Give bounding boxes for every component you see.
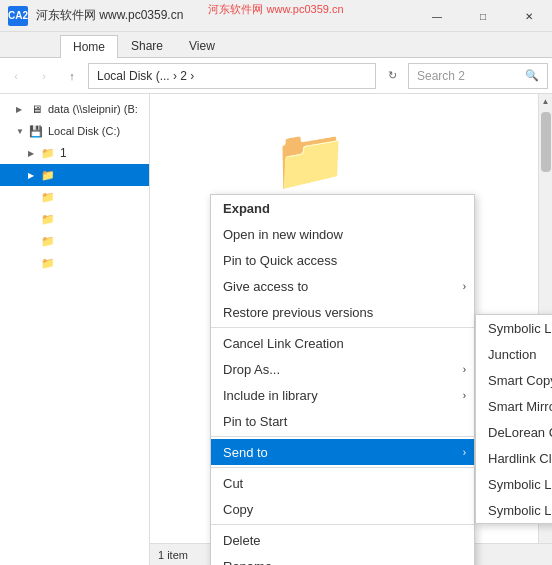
refresh-button[interactable]: ↻ (380, 64, 404, 88)
ribbon-tabs: Home Share View (0, 32, 552, 58)
scroll-thumb[interactable] (541, 112, 551, 172)
sub-ctx-delorean-copy[interactable]: DeLorean Copy (476, 419, 552, 445)
search-box[interactable]: Search 2 🔍 (408, 63, 548, 89)
ctx-rename[interactable]: Rename (211, 553, 474, 565)
ctx-separator-3 (211, 467, 474, 468)
ctx-pin-start[interactable]: Pin to Start (211, 408, 474, 434)
ctx-send-to[interactable]: Send to › (211, 439, 474, 465)
sub-ctx-hardlink-clone[interactable]: Hardlink Clone (476, 445, 552, 471)
expand-arrow-icon: ▶ (28, 149, 40, 158)
submenu-arrow-icon: › (463, 390, 466, 401)
app-logo: CA2 (8, 6, 28, 26)
sub-ctx-symbolic-link[interactable]: Symbolic Link (476, 315, 552, 341)
sidebar-item-sub4[interactable]: 📁 (0, 252, 149, 274)
main-layout: ▶ 🖥 data (\\sleipnir) (B: ▼ 💾 Local Disk… (0, 94, 552, 565)
search-icon: 🔍 (525, 69, 539, 82)
folder-icon: 📁 (40, 145, 56, 161)
address-path[interactable]: Local Disk (... › 2 › (88, 63, 376, 89)
folder-icon: 📁 (40, 211, 56, 227)
status-text: 1 item (158, 549, 188, 561)
ctx-copy[interactable]: Copy (211, 496, 474, 522)
ctx-delete[interactable]: Delete (211, 527, 474, 553)
up-button[interactable]: ↑ (60, 64, 84, 88)
drive-icon: 💾 (28, 123, 44, 139)
address-bar: ‹ › ↑ Local Disk (... › 2 › ↻ Search 2 🔍 (0, 58, 552, 94)
sidebar: ▶ 🖥 data (\\sleipnir) (B: ▼ 💾 Local Disk… (0, 94, 150, 565)
ctx-include-library[interactable]: Include in library › (211, 382, 474, 408)
sub-ctx-symbolic-link-copy[interactable]: Symbolic Link Copy (476, 497, 552, 523)
main-folder-icon: 📁 (270, 124, 350, 194)
tab-share[interactable]: Share (118, 34, 176, 57)
tab-home[interactable]: Home (60, 35, 118, 58)
search-placeholder: Search 2 (417, 69, 465, 83)
sidebar-item-label: data (\\sleipnir) (B: (48, 103, 138, 115)
ctx-separator-2 (211, 436, 474, 437)
title-bar: CA2 河东软件网 www.pc0359.cn — □ ✕ (0, 0, 552, 32)
ctx-give-access[interactable]: Give access to › (211, 273, 474, 299)
sub-ctx-smart-copy[interactable]: Smart Copy (476, 367, 552, 393)
ctx-separator-4 (211, 524, 474, 525)
sidebar-item-sub2[interactable]: 📁 (0, 208, 149, 230)
maximize-button[interactable]: □ (460, 0, 506, 32)
sub-ctx-smart-mirror[interactable]: Smart Mirror (476, 393, 552, 419)
sub-context-menu: Symbolic Link Junction Smart Copy Smart … (475, 314, 552, 524)
expand-arrow-icon: ▶ (28, 171, 40, 180)
folder-icon: 📁 (40, 189, 56, 205)
sidebar-item-label: 1 (60, 146, 67, 160)
expand-arrow-icon: ▼ (16, 127, 28, 136)
ctx-cut[interactable]: Cut (211, 470, 474, 496)
submenu-arrow-icon: › (463, 281, 466, 292)
sub-ctx-junction[interactable]: Junction (476, 341, 552, 367)
ctx-restore-versions[interactable]: Restore previous versions (211, 299, 474, 325)
drive-icon: 🖥 (28, 101, 44, 117)
ctx-separator-1 (211, 327, 474, 328)
content-area: 📁 ▲ Expand Open in new window Pin to Qui… (150, 94, 552, 565)
tab-view[interactable]: View (176, 34, 228, 57)
back-button[interactable]: ‹ (4, 64, 28, 88)
sidebar-item-sub1[interactable]: 📁 (0, 186, 149, 208)
ctx-open-new-window[interactable]: Open in new window (211, 221, 474, 247)
sidebar-item-folder-2[interactable]: ▶ 📁 (0, 164, 149, 186)
sidebar-item-label: Local Disk (C:) (48, 125, 120, 137)
forward-button[interactable]: › (32, 64, 56, 88)
close-button[interactable]: ✕ (506, 0, 552, 32)
sidebar-item-sub3[interactable]: 📁 (0, 230, 149, 252)
folder-icon: 📁 (40, 233, 56, 249)
submenu-arrow-icon: › (463, 364, 466, 375)
folder-icon: 📁 (40, 167, 56, 183)
ctx-drop-as[interactable]: Drop As... › (211, 356, 474, 382)
sidebar-item-data-drive[interactable]: ▶ 🖥 data (\\sleipnir) (B: (0, 98, 149, 120)
submenu-arrow-icon: › (463, 447, 466, 458)
sub-ctx-symbolic-link-clone[interactable]: Symbolic Link Clone (476, 471, 552, 497)
expand-arrow-icon: ▶ (16, 105, 28, 114)
context-menu: Expand Open in new window Pin to Quick a… (210, 194, 475, 565)
folder-icon: 📁 (40, 255, 56, 271)
minimize-button[interactable]: — (414, 0, 460, 32)
window-controls: — □ ✕ (414, 0, 552, 32)
sidebar-item-local-disk[interactable]: ▼ 💾 Local Disk (C:) (0, 120, 149, 142)
ctx-cancel-link[interactable]: Cancel Link Creation (211, 330, 474, 356)
scroll-up-arrow[interactable]: ▲ (539, 94, 553, 108)
ctx-expand[interactable]: Expand (211, 195, 474, 221)
ctx-pin-quick-access[interactable]: Pin to Quick access (211, 247, 474, 273)
sidebar-item-folder-1[interactable]: ▶ 📁 1 (0, 142, 149, 164)
